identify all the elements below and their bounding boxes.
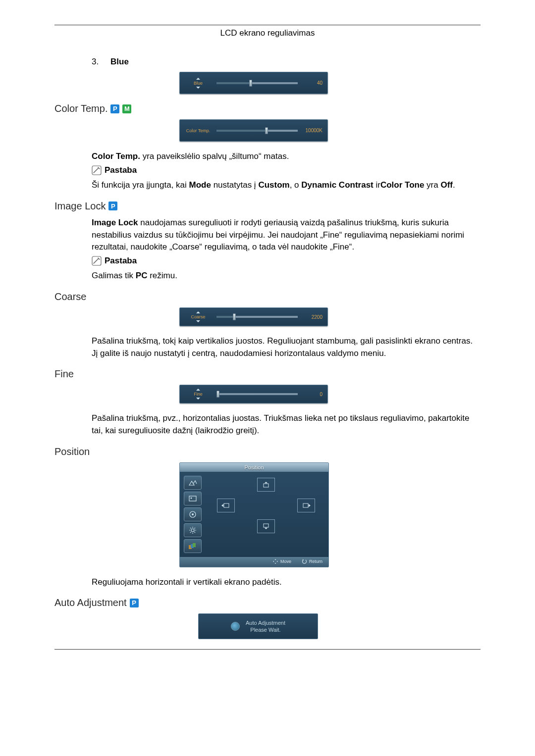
- osd-thumb: [216, 391, 219, 398]
- osd-value: 0: [301, 392, 322, 397]
- text: nustatytas į: [211, 180, 258, 190]
- text: yra: [424, 180, 440, 190]
- osd-auto-adjustment: Auto Adjustment Please Wait.: [198, 613, 318, 639]
- osd-footer: Move Return: [180, 557, 328, 567]
- heading-color-temp: Color Temp. P M: [54, 103, 481, 114]
- svg-point-5: [192, 513, 194, 515]
- tag-p-icon: P: [108, 202, 117, 210]
- osd-thumb: [265, 127, 268, 134]
- osd-fill: [216, 82, 249, 84]
- image-lock-body: Image Lock naudojamas sureguliuoti ir ro…: [92, 217, 481, 282]
- osd-slider-color-temp: Color Temp. 10000K: [179, 119, 328, 142]
- osd-track: [216, 316, 298, 318]
- text: režimu.: [147, 271, 177, 280]
- osd-position-panel: Position: [179, 462, 329, 567]
- heading-position: Position: [54, 446, 481, 457]
- note-row: Pastaba: [92, 255, 481, 267]
- heading-auto-adjustment: Auto Adjustment P: [54, 597, 481, 608]
- text: yra paveikslėlio spalvų „šiltumo“ matas.: [140, 151, 289, 161]
- svg-rect-2: [189, 496, 196, 501]
- text: Reguliuojama horizontali ir vertikali ek…: [92, 576, 481, 589]
- svg-rect-10: [264, 484, 268, 487]
- multi-icon: [184, 539, 202, 553]
- osd-position-body: [180, 472, 328, 557]
- text: Ši funkcija yra įjungta, kai: [92, 180, 189, 190]
- text: Pašalina triukšmą, tokį kaip vertikalios…: [92, 335, 481, 359]
- bold-image-lock: Image Lock: [92, 218, 138, 227]
- heading-text: Image Lock: [54, 201, 106, 212]
- picture-icon: [184, 492, 202, 505]
- osd-fill: [216, 130, 265, 132]
- osd-thumb: [233, 313, 236, 320]
- move-icon: [272, 558, 278, 564]
- list-item-blue: 3. Blue: [92, 57, 481, 67]
- svg-rect-9: [193, 543, 196, 547]
- osd-track: [216, 130, 298, 132]
- return-icon: [301, 558, 307, 564]
- heading-text: Position: [54, 446, 90, 457]
- heading-text: Color Temp.: [54, 103, 107, 114]
- text: , o: [290, 180, 302, 190]
- note-row: Pastaba: [92, 164, 481, 177]
- svg-point-3: [191, 497, 192, 499]
- arrow-down-icon: [196, 398, 200, 400]
- osd-label: Blue: [194, 80, 203, 87]
- bold-pc: PC: [136, 271, 148, 280]
- note-label: Pastaba: [105, 255, 137, 267]
- text: Pašalina triukšmą, pvz., horizontalias j…: [92, 412, 481, 437]
- osd-label: Coarse: [191, 313, 205, 320]
- color-temp-body: Color Temp. yra paveikslėlio spalvų „šil…: [92, 151, 481, 192]
- dpad-left: [217, 499, 235, 512]
- bold-color-tone: Color Tone: [380, 180, 424, 190]
- osd-slider-coarse: Coarse 2200: [179, 307, 328, 326]
- note-label: Pastaba: [105, 164, 137, 177]
- bold-mode: Mode: [189, 180, 211, 190]
- osd-slider-fine: Fine 0: [179, 385, 328, 403]
- osd-dpad: [208, 476, 324, 553]
- footer-return-label: Return: [309, 559, 322, 564]
- svg-rect-13: [264, 524, 268, 527]
- top-divider: [54, 25, 481, 25]
- input-icon: [184, 476, 202, 490]
- list-label-blue: Blue: [110, 57, 129, 67]
- osd-value: 10000K: [301, 128, 322, 133]
- tag-p-icon: P: [130, 599, 139, 607]
- bold-color-temp: Color Temp.: [92, 151, 140, 161]
- svg-rect-11: [224, 504, 229, 507]
- page-header: LCD ekrano reguliavimas: [54, 28, 481, 38]
- auto-box-text: Auto Adjustment Please Wait.: [246, 619, 285, 634]
- dpad-right: [297, 499, 315, 512]
- tag-p-icon: P: [110, 104, 119, 113]
- svg-point-6: [191, 529, 194, 532]
- osd-value: 40: [301, 80, 322, 86]
- osd-label-block: Fine: [185, 389, 212, 400]
- note-icon: [92, 256, 102, 266]
- tag-m-icon: M: [122, 104, 131, 113]
- text: Galimas tik: [92, 271, 136, 280]
- document-page: LCD ekrano reguliavimas 3. Blue Blue 40 …: [0, 0, 535, 756]
- auto-line1: Auto Adjustment: [246, 619, 285, 626]
- osd-label-block: Color Temp.: [185, 127, 212, 134]
- heading-fine: Fine: [54, 368, 481, 380]
- osd-sidebar: [184, 476, 203, 553]
- osd-label-block: Blue: [185, 78, 212, 89]
- bold-custom: Custom: [258, 180, 289, 190]
- arrow-down-icon: [196, 87, 200, 89]
- gear-icon: [184, 523, 202, 537]
- osd-thumb: [249, 80, 252, 87]
- dpad-down: [257, 519, 275, 533]
- text: ir: [374, 180, 380, 190]
- fine-body: Pašalina triukšmą, pvz., horizontalias j…: [92, 412, 481, 437]
- osd-label: Color Temp.: [186, 127, 210, 134]
- text: naudojamas sureguliuoti ir rodyti geriau…: [92, 218, 464, 252]
- list-number: 3.: [92, 57, 99, 67]
- osd-fill: [216, 316, 233, 318]
- progress-icon: [231, 622, 240, 631]
- osd-position-title: Position: [180, 463, 328, 472]
- note-icon: [92, 165, 102, 175]
- position-body: Reguliuojama horizontali ir vertikali ek…: [92, 576, 481, 589]
- heading-text: Auto Adjustment: [54, 597, 127, 608]
- page-content: 3. Blue Blue 40 Color Temp. P M Color: [54, 57, 481, 650]
- svg-rect-12: [303, 504, 308, 507]
- osd-track: [216, 393, 298, 395]
